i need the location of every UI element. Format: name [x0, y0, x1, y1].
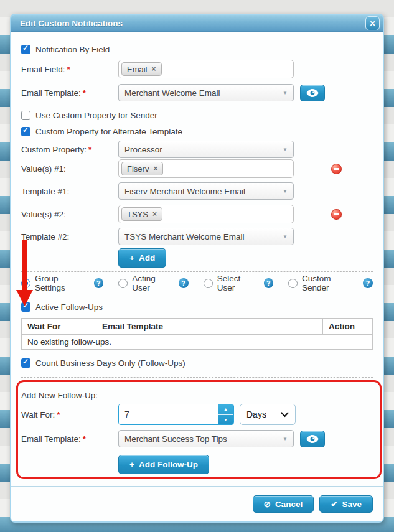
values-2-tag[interactable]: TSYS ×	[121, 207, 162, 221]
template-2-row: Template #2: TSYS Merchant Welcome Email	[21, 228, 373, 245]
email-template-value: Merchant Welcome Email	[124, 88, 220, 98]
stepper-buttons: ▲ ▼	[218, 404, 233, 424]
sender-option-select-user: Select User ?	[204, 274, 273, 292]
notification-by-field-checkbox[interactable]	[21, 45, 30, 54]
cancel-button[interactable]: ⊘ Cancel	[253, 495, 314, 513]
email-template-select[interactable]: Merchant Welcome Email	[118, 84, 294, 101]
help-icon[interactable]: ?	[363, 278, 373, 288]
add-new-follow-up-title: Add New Follow-Up:	[21, 391, 373, 400]
sender-options-row: Group Settings ? Acting User ? Select Us…	[21, 277, 373, 289]
values-1-label: Value(s) #1:	[21, 164, 118, 174]
add-value-row: + Add	[21, 248, 373, 268]
help-icon[interactable]: ?	[264, 278, 274, 288]
custom-property-label: Custom Property:*	[21, 145, 118, 154]
dialog-titlebar: Edit Custom Notifications ✕	[11, 15, 383, 32]
wait-unit-select[interactable]: Days	[240, 404, 296, 425]
divider	[21, 377, 373, 378]
email-field-label: Email Field:*	[21, 65, 118, 74]
required-marker: *	[67, 65, 70, 74]
help-icon[interactable]: ?	[94, 278, 104, 288]
values-2-row: Value(s) #2: TSYS ×	[21, 205, 373, 223]
required-marker: *	[83, 88, 86, 98]
action-header: Action	[323, 319, 373, 335]
template-1-value: Fiserv Merchant Welcome Email	[124, 187, 245, 196]
wait-for-input[interactable]	[119, 404, 218, 424]
email-template-label: Email Template:*	[21, 88, 118, 98]
values-2-input[interactable]: TSYS ×	[118, 205, 294, 223]
dropdown-arrow-icon	[283, 436, 288, 442]
wait-for-row: Wait For:* ▲ ▼ Days	[21, 404, 373, 425]
wait-for-stepper: ▲ ▼	[118, 404, 234, 425]
use-custom-property-sender-row: Use Custom Property for Sender	[21, 110, 373, 121]
count-business-days-row: Count Business Days Only (Follow-Ups)	[21, 357, 373, 368]
custom-property-alternate-checkbox[interactable]	[21, 127, 30, 136]
select-user-radio[interactable]	[204, 279, 213, 288]
group-settings-radio[interactable]	[21, 279, 30, 288]
email-template-row: Email Template:* Merchant Welcome Email	[21, 84, 373, 101]
divider	[21, 294, 373, 294]
template-2-select[interactable]: TSYS Merchant Welcome Email	[118, 228, 294, 245]
count-business-days-checkbox[interactable]	[21, 358, 30, 368]
email-field-input[interactable]: Email ×	[118, 60, 294, 78]
eye-icon	[306, 435, 319, 443]
template-2-value: TSYS Merchant Welcome Email	[124, 232, 245, 241]
dropdown-arrow-icon	[283, 147, 288, 152]
remove-tag-icon[interactable]: ×	[152, 65, 156, 73]
notification-by-field-row: Notification By Field	[21, 44, 373, 55]
active-follow-ups-label: Active Follow-Ups	[35, 302, 103, 312]
custom-property-row: Custom Property:* Processor	[21, 141, 373, 158]
email-field-row: Email Field:* Email ×	[21, 60, 373, 78]
acting-user-radio[interactable]	[118, 279, 128, 288]
stepper-down-icon[interactable]: ▼	[218, 415, 233, 425]
add-follow-up-button[interactable]: + Add Follow-Up	[118, 455, 209, 474]
table-header-row: Wait For Email Template Action	[22, 319, 373, 335]
edit-custom-notifications-dialog: Edit Custom Notifications ✕ Notification…	[10, 14, 384, 523]
notification-by-field-label: Notification By Field	[35, 45, 110, 54]
dialog-footer: ⊘ Cancel ✔ Save	[11, 486, 383, 521]
custom-property-value: Processor	[124, 145, 162, 154]
preview-template-button[interactable]	[300, 85, 325, 101]
remove-tag-icon[interactable]: ×	[153, 164, 157, 173]
follow-up-email-template-select[interactable]: Merchant Success Top Tips	[118, 430, 294, 447]
remove-tag-icon[interactable]: ×	[152, 210, 157, 218]
dialog-body: Notification By Field Email Field:* Emai…	[11, 44, 383, 477]
sender-option-group-settings: Group Settings ?	[21, 274, 103, 292]
eye-icon	[306, 89, 319, 97]
follow-ups-table: Wait For Email Template Action No existi…	[21, 318, 373, 350]
dropdown-arrow-icon	[283, 189, 288, 194]
stepper-up-icon[interactable]: ▲	[218, 404, 233, 415]
acting-user-label: Acting User	[132, 274, 174, 292]
email-template-header: Email Template	[96, 319, 323, 335]
save-icon: ✔	[331, 499, 337, 509]
count-business-days-label: Count Business Days Only (Follow-Ups)	[35, 358, 185, 368]
remove-value-1-button[interactable]	[331, 164, 342, 174]
help-icon[interactable]: ?	[179, 278, 189, 288]
dropdown-arrow-icon	[283, 90, 288, 96]
divider	[21, 271, 373, 272]
values-1-input[interactable]: Fiserv ×	[118, 159, 294, 178]
values-1-row: Value(s) #1: Fiserv ×	[21, 159, 373, 178]
close-icon: ✕	[369, 19, 375, 28]
email-field-tag[interactable]: Email ×	[121, 62, 162, 76]
values-1-tag[interactable]: Fiserv ×	[121, 162, 163, 175]
template-1-select[interactable]: Fiserv Merchant Welcome Email	[118, 182, 294, 200]
required-marker: *	[88, 145, 91, 154]
use-custom-property-sender-checkbox[interactable]	[21, 111, 30, 120]
template-2-label: Template #2:	[21, 232, 118, 241]
save-button[interactable]: ✔ Save	[319, 495, 373, 513]
custom-property-select[interactable]: Processor	[118, 141, 294, 158]
add-new-follow-up-section: Add New Follow-Up: Wait For:* ▲ ▼ Days	[21, 382, 373, 477]
sender-option-acting-user: Acting User ?	[118, 274, 188, 292]
follow-up-email-template-row: Email Template:* Merchant Success Top Ti…	[21, 430, 373, 447]
remove-value-2-button[interactable]	[331, 209, 342, 220]
custom-sender-radio[interactable]	[288, 279, 298, 288]
follow-up-email-template-label: Email Template:*	[21, 434, 118, 444]
preview-follow-up-template-button[interactable]	[300, 431, 325, 447]
group-settings-label: Group Settings	[35, 274, 90, 292]
active-follow-ups-checkbox[interactable]	[21, 302, 30, 312]
required-marker: *	[83, 434, 86, 444]
close-button[interactable]: ✕	[365, 16, 380, 30]
add-button[interactable]: + Add	[118, 248, 166, 268]
template-1-row: Template #1: Fiserv Merchant Welcome Ema…	[21, 182, 373, 200]
empty-message: No existing follow-ups.	[22, 335, 373, 350]
